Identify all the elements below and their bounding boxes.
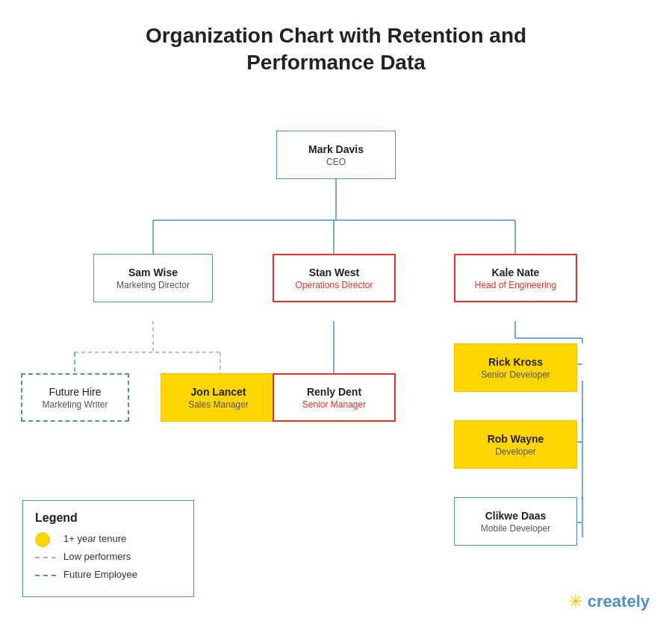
legend-item-future-employee: Future Employee: [35, 568, 181, 580]
chart-container: Organization Chart with Retention and Pe…: [0, 0, 672, 627]
node-future-hire: Future Hire Marketing Writer: [21, 373, 129, 422]
node-kale: Kale Nate Head of Engineering: [454, 254, 577, 302]
legend: Legend 1+ year tenure Low performers Fut…: [22, 500, 194, 597]
node-clikwe: Clikwe Daas Mobile Developer: [454, 497, 577, 546]
node-renly: Renly Dent Senior Manager: [273, 373, 396, 422]
creately-icon: ✳: [568, 591, 583, 612]
page-title: Organization Chart with Retention and Pe…: [0, 0, 672, 77]
node-jon: Jon Lancet Sales Manager: [161, 373, 276, 422]
node-sam: Sam Wise Marketing Director: [93, 254, 213, 302]
node-stan: Stan West Operations Director: [273, 254, 396, 302]
legend-item-tenure: 1+ year tenure: [35, 532, 181, 544]
node-rob: Rob Wayne Developer: [454, 420, 577, 469]
creately-logo: ✳ creately: [568, 591, 650, 612]
legend-item-low-performers: Low performers: [35, 550, 181, 562]
node-rick: Rick Kross Senior Developer: [454, 343, 577, 392]
node-ceo: Mark Davis CEO: [276, 131, 396, 179]
